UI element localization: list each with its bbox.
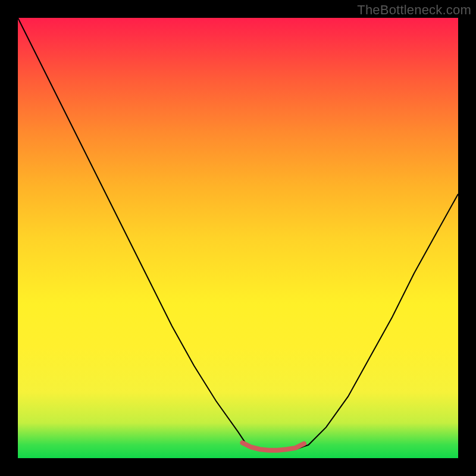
plot-area (18, 18, 458, 458)
curve-svg (18, 18, 458, 458)
bottleneck-curve-path (18, 18, 458, 449)
sweet-spot-band-path (242, 443, 304, 450)
chart-frame: TheBottleneck.com (0, 0, 476, 476)
watermark-text: TheBottleneck.com (357, 2, 471, 18)
